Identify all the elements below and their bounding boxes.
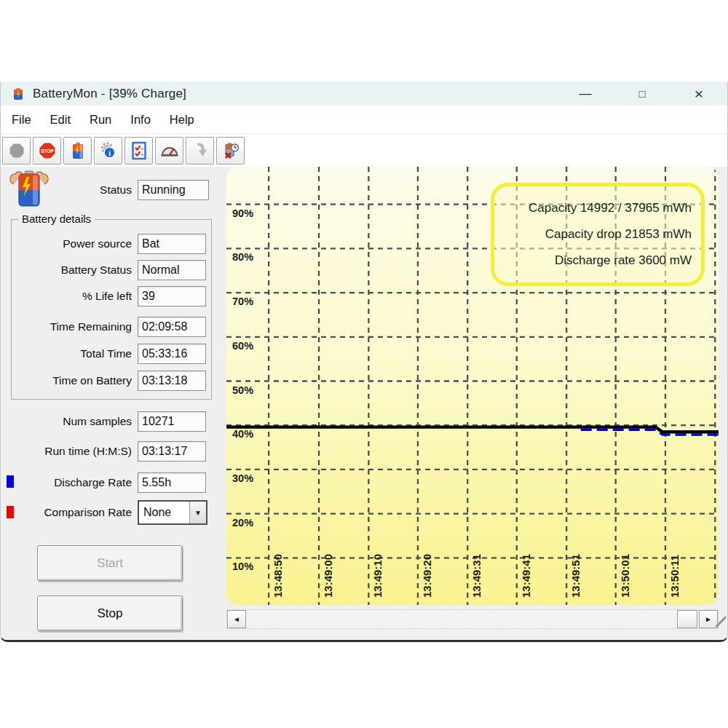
toolbar: STOP i (1, 133, 727, 167)
discharge-rate-label: Discharge Rate (8, 476, 138, 489)
x-axis-label: 13:49:51 (569, 554, 582, 598)
svg-text:i: i (108, 148, 110, 157)
y-axis-label: 60% (232, 340, 253, 352)
stop-button[interactable]: Stop (37, 596, 183, 631)
title-bar: BatteryMon - [39% Charge] — □ × (1, 82, 727, 106)
status-row: Status Running (8, 180, 209, 200)
x-axis-label: 13:49:41 (520, 554, 532, 598)
resize-grip-icon[interactable] (716, 612, 726, 627)
num-samples-row: Num samples 10271 (8, 411, 206, 432)
battery-status-label: Battery Status (8, 264, 138, 277)
gauge-button[interactable] (155, 137, 183, 165)
scroll-left-button[interactable]: ◄ (227, 610, 246, 628)
status-label: Status (8, 183, 138, 197)
checklist-button[interactable] (124, 137, 153, 165)
record-octagon-icon (8, 142, 25, 159)
export-button[interactable] (186, 137, 214, 165)
x-axis-label: 13:49:00 (322, 554, 334, 598)
num-samples-value[interactable]: 10271 (138, 411, 206, 432)
battery-error-icon (221, 141, 240, 160)
annotation-discharge-rate: Discharge rate 3600 mW (497, 253, 692, 268)
y-axis-label: 20% (232, 517, 253, 529)
time-remaining-value[interactable]: 02:09:58 (138, 317, 206, 337)
num-samples-label: Num samples (8, 415, 138, 428)
maximize-button[interactable]: □ (614, 82, 670, 106)
menu-help[interactable]: Help (160, 113, 204, 127)
y-axis-label: 30% (232, 472, 253, 484)
x-axis-label: 13:49:10 (371, 554, 384, 598)
battery-error-button[interactable] (216, 137, 245, 165)
y-axis-label: 40% (232, 428, 253, 440)
x-axis-label: 13:50:11 (668, 555, 681, 598)
run-time-row: Run time (H:M:S) 03:13:17 (8, 441, 206, 462)
stop-sign-icon: STOP (38, 141, 57, 160)
x-axis-label: 13:50:21 (718, 554, 719, 598)
annotation-capacity-drop: Capacity drop 21853 mWh (497, 227, 692, 242)
comparison-rate-row: Comparison Rate None ▼ (8, 502, 207, 523)
svg-text:STOP: STOP (41, 148, 54, 153)
run-time-label: Run time (H:M:S) (8, 445, 138, 458)
app-battery-icon (11, 87, 25, 100)
batterymon-window: BatteryMon - [39% Charge] — □ × File Edi… (0, 82, 728, 642)
comparison-rate-label: Comparison Rate (8, 506, 138, 519)
time-on-battery-label: Time on Battery (8, 374, 138, 387)
menu-run[interactable]: Run (80, 113, 121, 127)
battery-icon (69, 141, 87, 160)
run-time-value[interactable]: 03:13:17 (138, 441, 206, 462)
x-axis-label: 13:48:50 (272, 554, 284, 598)
scroll-thumb[interactable] (677, 610, 697, 628)
stop-sign-button[interactable]: STOP (33, 137, 61, 165)
life-left-value[interactable]: 39 (138, 286, 206, 306)
battery-details-legend: Battery details (18, 213, 95, 225)
menu-info[interactable]: Info (121, 113, 160, 127)
scroll-track[interactable] (246, 610, 699, 628)
chart-annotation: Capacity 14992 / 37965 mWh Capacity drop… (491, 183, 705, 286)
total-time-value[interactable]: 05:33:16 (138, 344, 206, 364)
start-button[interactable]: Start (37, 545, 183, 581)
power-source-row: Power source Bat (8, 234, 206, 254)
client-area: Status Running Battery details Power sou… (1, 167, 727, 640)
power-source-value[interactable]: Bat (138, 234, 206, 254)
comparison-rate-dropdown[interactable]: None ▼ (138, 500, 207, 525)
total-time-row: Total Time 05:33:16 (8, 344, 206, 364)
time-on-battery-row: Time on Battery 03:13:18 (8, 371, 206, 391)
y-axis-label: 90% (232, 207, 253, 219)
settings-info-button[interactable]: i (94, 137, 122, 165)
discharge-rate-value[interactable]: 5.55h (138, 472, 206, 493)
total-time-label: Total Time (8, 347, 138, 360)
y-axis-label: 50% (232, 384, 253, 396)
dropdown-arrow-icon[interactable]: ▼ (189, 502, 206, 523)
life-left-label: % Life left (8, 290, 138, 303)
window-title: BatteryMon - [39% Charge] (33, 87, 186, 101)
menu-bar: File Edit Run Info Help (1, 106, 727, 133)
y-axis-label: 80% (232, 251, 253, 263)
chart-horizontal-scrollbar: ◄ ► (226, 609, 719, 629)
battery-status-row: Battery Status Normal (8, 260, 206, 280)
menu-edit[interactable]: Edit (41, 113, 80, 127)
minimize-button[interactable]: — (557, 82, 614, 106)
x-axis-label: 13:50:01 (619, 554, 631, 598)
battery-log-button[interactable] (63, 137, 92, 165)
annotation-capacity: Capacity 14992 / 37965 mWh (497, 201, 692, 215)
gauge-icon (160, 142, 179, 159)
discharge-rate-row: Discharge Rate 5.55h (8, 472, 206, 493)
status-value[interactable]: Running (138, 180, 209, 200)
battery-status-value[interactable]: Normal (138, 260, 206, 280)
y-axis-label: 10% (232, 561, 253, 572)
export-icon (191, 141, 209, 160)
chart: Capacity 14992 / 37965 mWh Capacity drop… (226, 167, 719, 605)
x-axis-label: 13:49:31 (470, 554, 483, 598)
comparison-rate-value: None (139, 502, 189, 523)
power-source-label: Power source (8, 237, 138, 250)
time-on-battery-value[interactable]: 03:13:18 (138, 371, 206, 391)
series-battery-charge-percent (226, 427, 719, 432)
menu-file[interactable]: File (2, 113, 41, 127)
time-remaining-label: Time Remaining (8, 320, 138, 333)
x-axis-label: 13:49:20 (421, 554, 433, 598)
y-axis-label: 70% (232, 296, 253, 307)
time-remaining-row: Time Remaining 02:09:58 (8, 317, 206, 337)
record-button[interactable] (2, 137, 31, 165)
checklist-icon (130, 141, 148, 160)
close-button[interactable]: × (670, 82, 727, 106)
window-controls: — □ × (557, 82, 727, 106)
